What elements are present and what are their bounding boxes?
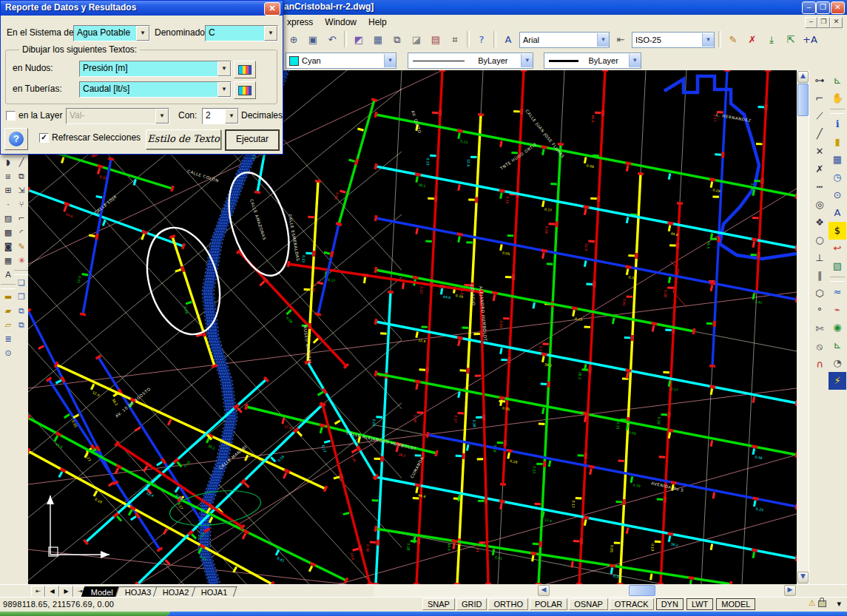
draworder-back-icon[interactable]: ❐ [15, 291, 29, 305]
nodes-text-combo[interactable]: Presión [m] ▼ [79, 61, 232, 77]
tab-scroll-next-icon[interactable]: ▶ [59, 586, 73, 598]
chevron-down-icon[interactable]: ▾ [521, 54, 533, 67]
add-text-icon[interactable]: +A [801, 31, 819, 49]
pipe-diag-icon[interactable]: ⟋ [811, 107, 829, 125]
cross-icon[interactable]: ✕ [811, 143, 829, 160]
edit-text-icon[interactable]: A [829, 204, 846, 222]
scissors-icon[interactable]: ✄ [811, 320, 829, 338]
chevron-down-icon[interactable]: ▾ [702, 33, 714, 47]
list-icon[interactable]: ≣ [1, 333, 16, 347]
decimals-combo[interactable]: 2 ▼ [202, 108, 239, 124]
scroll-down-icon[interactable]: ▼ [797, 572, 809, 583]
lock-tray-icon[interactable] [818, 600, 826, 607]
toggle-snap[interactable]: SNAP [422, 598, 455, 610]
mdi-minimize-button[interactable]: – [805, 17, 817, 28]
node-anchor-icon[interactable]: ⌐ [811, 89, 829, 107]
toggle-grid[interactable]: GRID [456, 598, 487, 610]
stretch-icon[interactable]: ⇲ [15, 184, 29, 198]
pipe-flow-icon[interactable]: ≈ [829, 283, 846, 301]
line-icon[interactable]: ╱ [15, 156, 29, 170]
calculator-icon[interactable]: ⌗ [446, 31, 464, 49]
draworder-below-icon[interactable]: ⧉ [15, 319, 29, 333]
insert-block-icon[interactable]: ⧈ [1, 170, 16, 184]
pipes-color-button[interactable] [234, 81, 256, 99]
toggle-ortho[interactable]: ORTHO [488, 598, 528, 610]
vertical-scrollbar[interactable]: ▲ ▼ [797, 70, 809, 584]
toggle-model[interactable]: MODEL [716, 598, 755, 610]
measure-dist-icon[interactable]: ▬ [1, 291, 16, 305]
tab-hoja1[interactable]: HOJA1 [191, 586, 237, 598]
chart-icon[interactable]: ⊾ [829, 72, 846, 89]
start-button-sliver[interactable] [0, 612, 170, 616]
ground-elevation-icon[interactable]: ⤓ [763, 31, 780, 49]
node-link-icon[interactable]: ⊶ [811, 72, 829, 89]
execute-button[interactable]: Ejecutar [225, 129, 280, 151]
tank-icon[interactable]: ○ [811, 231, 829, 249]
magnet-icon[interactable]: ∩ [811, 356, 829, 373]
gradient-icon[interactable]: ▩ [1, 226, 16, 240]
linetype-combo[interactable]: ByLayer ▾ [408, 53, 533, 69]
status-menu-icon[interactable]: ▾ [837, 599, 841, 609]
chevron-down-icon[interactable]: ▼ [155, 109, 169, 123]
group-nodes-icon[interactable]: ⬡ [811, 285, 829, 302]
cost-icon[interactable]: $ [829, 222, 846, 240]
dialog-titlebar[interactable]: Reporte de Datos y Resultados ✕ [1, 1, 283, 16]
text-style-icon[interactable]: A [499, 31, 517, 49]
text-icon[interactable]: A [1, 268, 16, 282]
pipe-short-icon[interactable]: ╱ [811, 125, 829, 143]
ellipse-arc-icon[interactable]: ◗ [1, 156, 16, 170]
denominated-combo[interactable]: C ▼ [205, 25, 278, 41]
toggle-osnap[interactable]: OSNAP [569, 598, 608, 610]
window-close-button[interactable]: ✕ [831, 1, 845, 14]
cross-node-icon[interactable]: ✗ [811, 160, 829, 178]
valve-cluster-icon[interactable]: ❖ [811, 214, 829, 231]
help-icon[interactable]: ? [473, 31, 490, 49]
chevron-down-icon[interactable]: ▾ [629, 54, 641, 67]
chamfer-icon[interactable]: ⌐ [15, 212, 29, 226]
parallel-icon[interactable]: ∥ [811, 267, 829, 285]
tee-icon[interactable]: ⊥ [811, 249, 829, 267]
chevron-down-icon[interactable]: ▼ [136, 26, 149, 41]
render-icon[interactable]: ◩ [350, 31, 368, 49]
vscroll-thumb[interactable] [797, 84, 809, 116]
no-draw-icon[interactable]: ⦸ [811, 338, 829, 356]
toggle-lwt[interactable]: LWT [686, 598, 713, 610]
locate-icon[interactable]: ⊙ [1, 347, 16, 361]
warning-icon[interactable]: ⚠ [809, 598, 816, 608]
toggle-dyn[interactable]: DYN [656, 598, 684, 610]
lineweight-combo[interactable]: ByLayer ▾ [544, 53, 641, 69]
scroll-up-icon[interactable]: ▲ [797, 71, 809, 83]
image-icon[interactable]: ▧ [829, 257, 846, 275]
horizontal-scrollbar[interactable]: ◀ ▶ [374, 584, 797, 597]
menu-xpress[interactable]: xpress [281, 15, 319, 30]
lock-icon[interactable]: ▮ [829, 133, 846, 151]
pencil-icon[interactable]: ✎ [15, 240, 29, 254]
circle-node-icon[interactable]: ◎ [811, 196, 829, 214]
pipes-text-combo[interactable]: Caudal [lt/s] ▼ [79, 81, 232, 98]
dialog-help-button[interactable]: ? [4, 128, 28, 150]
chevron-down-icon[interactable]: ▼ [217, 82, 231, 97]
markup-icon[interactable]: ◪ [408, 31, 425, 49]
measure-area-icon[interactable]: ▰ [1, 305, 16, 319]
hscroll-thumb[interactable] [629, 585, 655, 596]
toggle-otrack[interactable]: OTRACK [610, 598, 654, 610]
dim-style-icon[interactable]: ⇤ [612, 31, 630, 49]
refresh-checkbox[interactable]: ✓ [39, 133, 49, 143]
zoom-realtime-icon[interactable]: ⊕ [285, 31, 303, 49]
table-icon[interactable]: ▦ [369, 31, 387, 49]
dashed-line-icon[interactable]: ┅ [811, 178, 829, 196]
undo-red-icon[interactable]: ↩ [829, 240, 846, 257]
graph-icon[interactable]: ⊾ [829, 336, 846, 354]
system-combo[interactable]: Agua Potable ▼ [73, 25, 150, 41]
faucet-icon[interactable]: ⌁ [829, 301, 846, 319]
nodes-color-button[interactable] [234, 61, 256, 78]
measure-vol-icon[interactable]: ▱ [1, 319, 16, 333]
tab-scroll-first-icon[interactable]: ⇤ [31, 586, 45, 598]
window-restore-button[interactable]: ❐ [816, 1, 830, 14]
layer-checkbox[interactable] [6, 111, 16, 121]
mdi-restore-button[interactable]: ❐ [817, 17, 830, 28]
menu-help[interactable]: Help [362, 15, 393, 30]
menu-window[interactable]: Window [319, 15, 362, 30]
draworder-front-icon[interactable]: ❏ [15, 277, 29, 291]
hatch-icon[interactable]: ▨ [1, 212, 16, 226]
